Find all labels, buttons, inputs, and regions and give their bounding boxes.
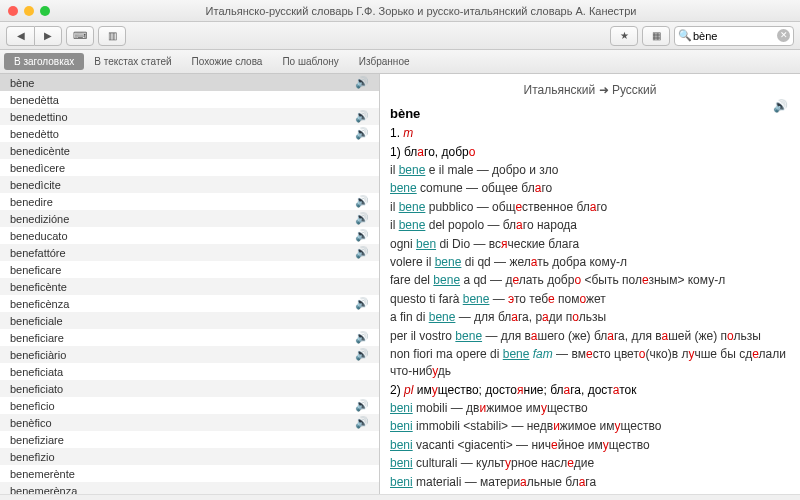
minimize-icon[interactable] (24, 6, 34, 16)
star-button[interactable]: ★ (610, 26, 638, 46)
tab-4[interactable]: Избранное (349, 53, 420, 70)
speaker-icon[interactable]: 🔊 (355, 246, 369, 259)
zoom-icon[interactable] (40, 6, 50, 16)
example-line: a fin di bene — для блага, ради пользы (390, 309, 790, 326)
keyboard-button[interactable]: ⌨ (66, 26, 94, 46)
grid-button[interactable]: ▦ (642, 26, 670, 46)
speaker-icon[interactable]: 🔊 (355, 399, 369, 412)
example-line: beni mobili — движимое имущество (390, 400, 790, 417)
list-item[interactable]: benefìzio (0, 448, 379, 465)
headword: bène (390, 105, 790, 124)
list-item[interactable]: benefiziare (0, 431, 379, 448)
list-item[interactable]: benemerènte (0, 465, 379, 482)
speaker-icon[interactable]: 🔊 (355, 76, 369, 89)
status-bar (0, 494, 800, 500)
list-item[interactable]: benèfico🔊 (0, 414, 379, 431)
example-line: beni immateriali — духовные ценности (390, 492, 790, 494)
list-item[interactable]: benedìcere (0, 159, 379, 176)
example-line: beni immobili <stabili> — недвижимое иму… (390, 418, 790, 435)
search-field[interactable]: 🔍 ✕ (674, 26, 794, 46)
article-pane[interactable]: Итальянский ➜ Русский 🔊 bène 1. m 1) бла… (380, 74, 800, 494)
books-button[interactable]: ▥ (98, 26, 126, 46)
speaker-icon[interactable]: 🔊 (355, 110, 369, 123)
list-item[interactable]: beneficiale (0, 312, 379, 329)
list-item[interactable]: benedìcite (0, 176, 379, 193)
gloss-line-2: 2) pl имущество; достояние; блага, доста… (390, 382, 790, 399)
list-item[interactable]: beneficiato (0, 380, 379, 397)
list-item[interactable]: beneficènza🔊 (0, 295, 379, 312)
list-item[interactable]: benefìcio🔊 (0, 397, 379, 414)
sense-line: 1. m (390, 125, 790, 142)
window-title: Итальянско-русский словарь Г.Ф. Зорько и… (50, 5, 792, 17)
example-line: bene comune — общее благо (390, 180, 790, 197)
list-item[interactable]: beneficare (0, 261, 379, 278)
tab-1[interactable]: В текстах статей (84, 53, 181, 70)
list-item[interactable]: benefattóre🔊 (0, 244, 379, 261)
example-line: il bene pubblico — общественное благо (390, 199, 790, 216)
titlebar: Итальянско-русский словарь Г.Ф. Зорько и… (0, 0, 800, 22)
list-item[interactable]: benedicènte (0, 142, 379, 159)
list-item[interactable]: benedire🔊 (0, 193, 379, 210)
example-line: il bene del popolo — благо народа (390, 217, 790, 234)
example-line: volere il bene di qd — желать добра кому… (390, 254, 790, 271)
list-item[interactable]: beneducato🔊 (0, 227, 379, 244)
speaker-icon[interactable]: 🔊 (355, 348, 369, 361)
example-line: beni vacanti <giacenti> — ничейное имуще… (390, 437, 790, 454)
example-line: questo ti farà bene — это тебе поможет (390, 291, 790, 308)
tab-0[interactable]: В заголовках (4, 53, 84, 70)
forward-button[interactable]: ▶ (34, 26, 62, 46)
example-line: non fiori ma opere di bene fam — вместо … (390, 346, 790, 381)
example-line: beni materiali — материальные блага (390, 474, 790, 491)
list-item[interactable]: bène🔊 (0, 74, 379, 91)
list-item[interactable]: benedettino🔊 (0, 108, 379, 125)
toolbar: ◀ ▶ ⌨ ▥ ★ ▦ 🔍 ✕ (0, 22, 800, 50)
nav-seg: ◀ ▶ (6, 26, 62, 46)
tab-3[interactable]: По шаблону (272, 53, 348, 70)
filter-tabs: В заголовкахВ текстах статейПохожие слов… (0, 50, 800, 74)
direction-header: Итальянский ➜ Русский (390, 80, 790, 105)
search-icon: 🔍 (678, 29, 692, 42)
wordlist[interactable]: bène🔊benedèttabenedettino🔊benedètto🔊bene… (0, 74, 380, 494)
list-item[interactable]: benedètta (0, 91, 379, 108)
speaker-icon[interactable]: 🔊 (355, 297, 369, 310)
example-line: beni culturali — культурное наследие (390, 455, 790, 472)
speaker-icon[interactable]: 🔊 (355, 212, 369, 225)
list-item[interactable]: beneficiata (0, 363, 379, 380)
traffic-lights (8, 6, 50, 16)
gloss-line: 1) благо, добро (390, 144, 790, 161)
example-line: il bene e il male — добро и зло (390, 162, 790, 179)
list-item[interactable]: beneficènte (0, 278, 379, 295)
speaker-icon[interactable]: 🔊 (355, 229, 369, 242)
example-line: per il vostro bene — для вашего (же) бла… (390, 328, 790, 345)
list-item[interactable]: beneficiàrio🔊 (0, 346, 379, 363)
speaker-icon[interactable]: 🔊 (355, 195, 369, 208)
search-input[interactable] (674, 26, 794, 46)
back-button[interactable]: ◀ (6, 26, 34, 46)
clear-icon[interactable]: ✕ (777, 29, 790, 42)
close-icon[interactable] (8, 6, 18, 16)
example-line: fare del bene a qd — делать добро <быть … (390, 272, 790, 289)
example-line: ogni ben di Dio — всяческие блага (390, 236, 790, 253)
tab-2[interactable]: Похожие слова (182, 53, 273, 70)
list-item[interactable]: benedètto🔊 (0, 125, 379, 142)
speaker-icon[interactable]: 🔊 (355, 127, 369, 140)
speaker-icon[interactable]: 🔊 (355, 331, 369, 344)
list-item[interactable]: benemerènza (0, 482, 379, 494)
list-item[interactable]: benedizióne🔊 (0, 210, 379, 227)
speaker-icon[interactable]: 🔊 (355, 416, 369, 429)
list-item[interactable]: beneficiare🔊 (0, 329, 379, 346)
speaker-icon[interactable]: 🔊 (773, 98, 788, 115)
